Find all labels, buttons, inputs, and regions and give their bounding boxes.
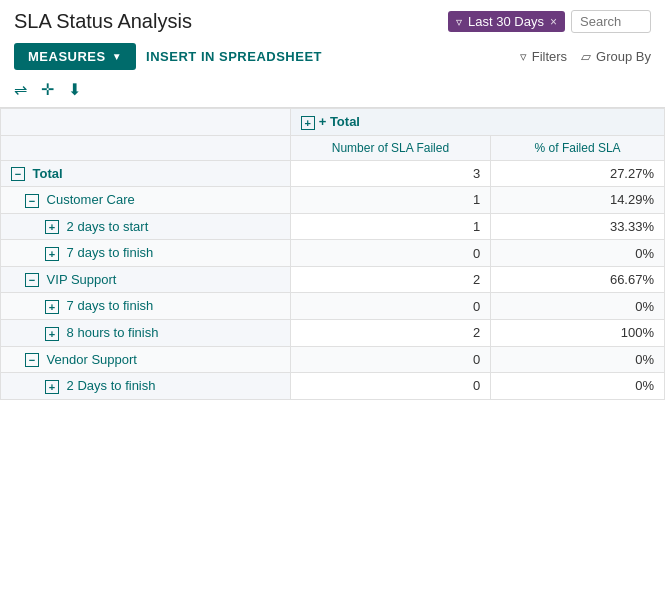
total-label: + Total [319, 114, 360, 129]
data-cell: 0 [290, 346, 490, 373]
filter-tag-label: Last 30 Days [468, 14, 544, 29]
col-labels-row: Number of SLA Failed % of Failed SLA [1, 135, 665, 160]
row-label-cell: − Customer Care [1, 187, 291, 214]
filter-tag-close[interactable]: × [550, 15, 557, 29]
header-right: ▿ Last 30 Days × [448, 10, 651, 33]
data-cell: 0 [290, 293, 490, 320]
row-label-empty [1, 135, 291, 160]
filter-tag[interactable]: ▿ Last 30 Days × [448, 11, 565, 32]
row-expand-icon[interactable]: + [45, 247, 59, 261]
row-label-cell: − Total [1, 160, 291, 187]
data-cell: 3 [290, 160, 490, 187]
funnel-icon: ▿ [456, 15, 462, 29]
download-button[interactable]: ⬇ [68, 80, 81, 99]
download-icon: ⬇ [68, 80, 81, 99]
table-row: − Customer Care114.29% [1, 187, 665, 214]
data-cell: 0% [491, 293, 665, 320]
table-body: − Total327.27%− Customer Care114.29%+ 2 … [1, 160, 665, 399]
row-expand-icon[interactable]: + [45, 220, 59, 234]
filters-button[interactable]: ▿ Filters [520, 49, 567, 64]
table-row: − Vendor Support00% [1, 346, 665, 373]
measures-button[interactable]: MEASURES ▼ [14, 43, 136, 70]
table-row: − VIP Support266.67% [1, 266, 665, 293]
measures-label: MEASURES [28, 49, 106, 64]
groupby-label: Group By [596, 49, 651, 64]
insert-spreadsheet-button[interactable]: INSERT IN SPREADSHEET [146, 49, 322, 64]
adjust-button[interactable]: ⇌ [14, 80, 27, 99]
data-cell: 0% [491, 373, 665, 400]
data-cell: 100% [491, 319, 665, 346]
groupby-button[interactable]: ▱ Group By [581, 49, 651, 64]
row-label-cell: + 7 days to finish [1, 293, 291, 320]
data-cell: 1 [290, 213, 490, 240]
row-expand-icon[interactable]: − [25, 273, 39, 287]
col-header-sla-failed: Number of SLA Failed [290, 135, 490, 160]
adjust-icon: ⇌ [14, 80, 27, 99]
row-expand-icon[interactable]: + [45, 380, 59, 394]
toolbar-right: ▿ Filters ▱ Group By [520, 49, 651, 64]
table-row: + 7 days to finish00% [1, 240, 665, 267]
col-header-total-row: ++ Total [1, 109, 665, 136]
data-cell: 33.33% [491, 213, 665, 240]
page-title: SLA Status Analysis [14, 10, 192, 33]
row-expand-icon[interactable]: + [45, 327, 59, 341]
icon-row: ⇌ ✛ ⬇ [0, 74, 665, 108]
table-row: + 7 days to finish00% [1, 293, 665, 320]
filters-label: Filters [532, 49, 567, 64]
toolbar: MEASURES ▼ INSERT IN SPREADSHEET ▿ Filte… [0, 39, 665, 74]
table-row: + 8 hours to finish2100% [1, 319, 665, 346]
table-row: + 2 Days to finish00% [1, 373, 665, 400]
table-row: − Total327.27% [1, 160, 665, 187]
data-cell: 0% [491, 346, 665, 373]
filter-icon: ▿ [520, 49, 527, 64]
row-expand-icon[interactable]: − [25, 194, 39, 208]
empty-corner [1, 109, 291, 136]
data-cell: 27.27% [491, 160, 665, 187]
data-cell: 2 [290, 319, 490, 346]
move-icon: ✛ [41, 80, 54, 99]
row-expand-icon[interactable]: − [11, 167, 25, 181]
toolbar-left: MEASURES ▼ INSERT IN SPREADSHEET [14, 43, 322, 70]
header: SLA Status Analysis ▿ Last 30 Days × [0, 0, 665, 39]
measures-arrow-icon: ▼ [112, 51, 122, 62]
search-input[interactable] [571, 10, 651, 33]
row-label-cell: − Vendor Support [1, 346, 291, 373]
data-cell: 66.67% [491, 266, 665, 293]
col-header-pct-failed: % of Failed SLA [491, 135, 665, 160]
row-expand-icon[interactable]: − [25, 353, 39, 367]
data-cell: 1 [290, 187, 490, 214]
data-cell: 2 [290, 266, 490, 293]
sla-table: ++ Total Number of SLA Failed % of Faile… [0, 108, 665, 400]
data-cell: 14.29% [491, 187, 665, 214]
row-label-cell: + 2 days to start [1, 213, 291, 240]
data-cell: 0 [290, 240, 490, 267]
row-label-cell: − VIP Support [1, 266, 291, 293]
table-container: ++ Total Number of SLA Failed % of Faile… [0, 108, 665, 400]
data-cell: 0 [290, 373, 490, 400]
row-label-cell: + 8 hours to finish [1, 319, 291, 346]
table-row: + 2 days to start133.33% [1, 213, 665, 240]
groupby-icon: ▱ [581, 49, 591, 64]
total-header[interactable]: ++ Total [290, 109, 664, 136]
total-expand-icon[interactable]: + [301, 116, 315, 130]
row-label-cell: + 2 Days to finish [1, 373, 291, 400]
row-expand-icon[interactable]: + [45, 300, 59, 314]
move-button[interactable]: ✛ [41, 80, 54, 99]
row-label-cell: + 7 days to finish [1, 240, 291, 267]
data-cell: 0% [491, 240, 665, 267]
